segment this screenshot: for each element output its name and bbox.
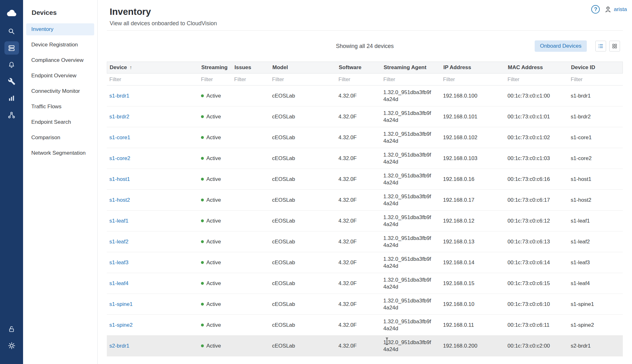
column-header-label: Device ID xyxy=(571,64,595,70)
device-link[interactable]: s1-leaf1 xyxy=(109,218,128,224)
streaming-agent-cell: 1.32.0_951dba3fb9f 4a24d xyxy=(381,152,441,165)
device-count-text: Showing all 24 devices xyxy=(336,43,394,50)
column-header-streaming-agent[interactable]: Streaming Agent xyxy=(381,64,441,71)
device-link[interactable]: s1-core1 xyxy=(109,134,130,140)
streaming-active-dot xyxy=(201,136,204,139)
device-cell: s1-brdr2 xyxy=(107,114,198,120)
device-link[interactable]: s1-spine1 xyxy=(109,301,133,307)
sidebar-item-connectivity-monitor[interactable]: Connectivity Monitor xyxy=(26,85,94,97)
device-cell: s1-leaf4 xyxy=(107,280,198,287)
table-row[interactable]: s1-leaf1 Active cEOSLab 4.32.0F 1.32.0_9… xyxy=(107,211,623,231)
software-cell: 4.32.0F xyxy=(336,301,381,307)
mac-cell: 00:1c:73:c0:c6:12 xyxy=(505,218,568,224)
help-icon[interactable]: ? xyxy=(591,5,600,14)
sidebar-item-device-registration[interactable]: Device Registration xyxy=(26,39,94,51)
column-header-mac-address[interactable]: MAC Address xyxy=(505,64,568,71)
device-link[interactable]: s1-host2 xyxy=(109,197,130,203)
table-row[interactable]: s1-host2 Active cEOSLab 4.32.0F 1.32.0_9… xyxy=(107,190,623,211)
table-row[interactable]: s1-spine1 Active cEOSLab 4.32.0F 1.32.0_… xyxy=(107,294,623,315)
arista-logo[interactable] xyxy=(4,6,19,20)
mac-cell: 00:1c:73:c0:c6:13 xyxy=(505,239,568,245)
streaming-active-dot xyxy=(201,261,204,264)
device-link[interactable]: s2-brdr1 xyxy=(109,343,129,349)
ip-cell: 192.168.0.101 xyxy=(441,114,505,120)
mac-cell: 00:1c:73:c0:c1:02 xyxy=(505,134,568,141)
software-cell: 4.32.0F xyxy=(336,197,381,203)
sidebar-item-comparison[interactable]: Comparison xyxy=(26,132,94,144)
column-header-model[interactable]: Model xyxy=(270,64,336,71)
filter-input-software[interactable]: Filter xyxy=(336,76,381,83)
table-row[interactable]: s1-brdr2 Active cEOSLab 4.32.0F 1.32.0_9… xyxy=(107,106,623,127)
agent-line-2: 4a24d xyxy=(383,221,441,228)
agent-line-2: 4a24d xyxy=(383,200,441,207)
table-row[interactable]: s1-leaf3 Active cEOSLab 4.32.0F 1.32.0_9… xyxy=(107,252,623,273)
user-menu[interactable]: arista xyxy=(604,5,627,14)
table-row[interactable]: s1-leaf4 Active cEOSLab 4.32.0F 1.32.0_9… xyxy=(107,273,623,294)
table-row[interactable]: s1-spine2 Active cEOSLab 4.32.0F 1.32.0_… xyxy=(107,315,623,336)
filter-input-issues[interactable]: Filter xyxy=(232,76,270,83)
filter-input-ip-address[interactable]: Filter xyxy=(441,76,505,83)
device-link[interactable]: s1-spine2 xyxy=(109,322,133,328)
grid-view-button[interactable] xyxy=(609,41,620,51)
table-row-partial[interactable]: 1.32.0_951dba3fb9f xyxy=(107,356,623,364)
column-header-device-id[interactable]: Device ID xyxy=(568,64,623,71)
streaming-agent-cell: 1.32.0_951dba3fb9f 4a24d xyxy=(381,110,441,124)
column-header-streaming[interactable]: Streaming xyxy=(199,64,232,71)
sidebar-item-compliance-overview[interactable]: Compliance Overview xyxy=(26,54,94,66)
onboard-devices-button[interactable]: Onboard Devices xyxy=(535,40,587,52)
device-link[interactable]: s1-leaf4 xyxy=(109,280,128,286)
sidebar-item-endpoint-overview[interactable]: Endpoint Overview xyxy=(26,70,94,82)
model-cell: cEOSLab xyxy=(270,155,336,162)
list-view-button[interactable] xyxy=(595,41,606,51)
column-header-label: Streaming xyxy=(201,64,228,70)
table-row[interactable]: s1-core2 Active cEOSLab 4.32.0F 1.32.0_9… xyxy=(107,148,623,169)
filter-input-streaming-agent[interactable]: Filter xyxy=(381,76,441,83)
streaming-status-label: Active xyxy=(206,343,221,349)
device-link[interactable]: s1-leaf2 xyxy=(109,239,128,245)
topology-icon[interactable] xyxy=(4,108,19,122)
agent-line-2: 4a24d xyxy=(383,117,441,124)
table-row[interactable]: s1-leaf2 Active cEOSLab 4.32.0F 1.32.0_9… xyxy=(107,231,623,252)
provisioning-icon[interactable] xyxy=(4,75,19,88)
filter-input-device[interactable]: Filter xyxy=(107,76,198,83)
sidebar-item-network-segmentation[interactable]: Network Segmentation xyxy=(26,147,94,159)
filter-input-streaming[interactable]: Filter xyxy=(198,76,232,83)
agent-line-1: 1.32.0_951dba3fb9f xyxy=(383,339,441,346)
filter-input-model[interactable]: Filter xyxy=(270,76,336,83)
lock-icon[interactable] xyxy=(4,322,19,336)
page-title: Inventory xyxy=(110,6,620,17)
table-row[interactable]: s1-host1 Active cEOSLab 4.32.0F 1.32.0_9… xyxy=(107,169,623,190)
filter-input-device-id[interactable]: Filter xyxy=(568,76,623,83)
table-filter-row: FilterFilterFilterFilterFilterFilterFilt… xyxy=(107,74,623,86)
device-link[interactable]: s1-brdr2 xyxy=(109,114,129,120)
table-row[interactable]: s1-core1 Active cEOSLab 4.32.0F 1.32.0_9… xyxy=(107,127,623,148)
sidebar-item-inventory[interactable]: Inventory xyxy=(26,23,94,35)
sidebar-item-endpoint-search[interactable]: Endpoint Search xyxy=(26,116,94,128)
streaming-agent-cell: 1.32.0_951dba3fb9f 4a24d xyxy=(381,318,441,332)
column-header-issues[interactable]: Issues xyxy=(232,64,270,71)
streaming-cell: Active xyxy=(198,301,232,307)
events-icon[interactable] xyxy=(4,58,19,71)
ip-cell: 192.168.0.103 xyxy=(441,155,505,162)
device-link[interactable]: s1-host1 xyxy=(109,176,130,182)
settings-icon[interactable] xyxy=(4,339,19,352)
sidebar-menu: InventoryDevice RegistrationCompliance O… xyxy=(23,23,97,159)
streaming-agent-cell: 1.32.0_951dba3fb9f 4a24d xyxy=(381,193,441,207)
table-row[interactable]: s2-brdr1 Active cEOSLab 4.32.0F 1.32.0_9… xyxy=(107,336,623,356)
column-header-software[interactable]: Software xyxy=(336,64,381,71)
filter-input-mac-address[interactable]: Filter xyxy=(505,76,568,83)
device-link[interactable]: s1-brdr1 xyxy=(109,93,129,99)
table-row[interactable]: s1-brdr1 Active cEOSLab 4.32.0F 1.32.0_9… xyxy=(107,86,623,106)
column-header-device[interactable]: Device↑ xyxy=(107,64,199,71)
devices-icon[interactable] xyxy=(4,41,19,55)
column-header-ip-address[interactable]: IP Address xyxy=(441,64,505,71)
dashboards-icon[interactable] xyxy=(4,92,19,105)
ip-cell: 192.168.0.15 xyxy=(441,280,505,287)
agent-line-2: 4a24d xyxy=(383,242,441,249)
agent-line-1: 1.32.0_951dba3fb9f xyxy=(383,256,441,263)
device-link[interactable]: s1-leaf3 xyxy=(109,260,128,266)
search-icon[interactable] xyxy=(4,25,19,38)
streaming-status-label: Active xyxy=(206,260,221,266)
sidebar-item-traffic-flows[interactable]: Traffic Flows xyxy=(26,101,94,113)
device-link[interactable]: s1-core2 xyxy=(109,155,130,161)
